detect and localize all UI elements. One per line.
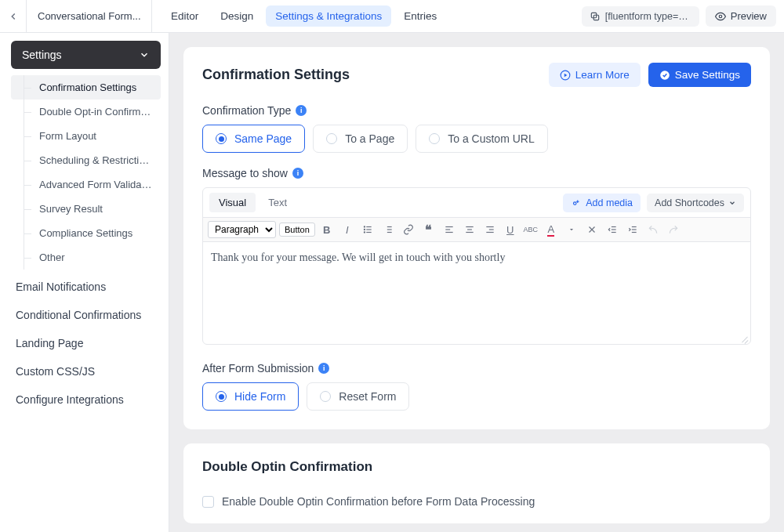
content: Confirmation Settings Learn More Save Se… [169,33,784,532]
info-icon[interactable]: i [296,105,307,116]
message-label: Message to show [202,167,288,179]
svg-point-10 [364,226,365,227]
sidebar-item-compliance[interactable]: Compliance Settings [11,221,161,245]
card-header: Confirmation Settings Learn More Save Se… [202,63,751,87]
media-icon [571,197,582,208]
message-label-row: Message to show i [202,167,751,179]
redo-icon[interactable] [665,221,682,238]
bullet-list-icon[interactable] [359,221,376,238]
tab-settings[interactable]: Settings & Integrations [266,5,391,27]
insert-button-button[interactable]: Button [279,223,315,237]
double-optin-checkbox-row[interactable]: Enable Double Optin Confirmation before … [202,495,751,508]
save-settings-label: Save Settings [675,69,740,81]
outdent-icon[interactable] [604,221,621,238]
preview-button[interactable]: Preview [706,5,776,27]
underline-icon[interactable]: U [502,221,519,238]
tab-entries[interactable]: Entries [394,5,446,27]
tab-design[interactable]: Design [211,5,263,27]
align-right-icon[interactable] [481,221,499,238]
text-color-icon[interactable]: A [543,221,560,238]
svg-point-12 [364,232,365,233]
radio-to-url-label: To a Custom URL [448,132,534,145]
add-shortcodes-dropdown[interactable]: Add Shortcodes [647,194,744,212]
learn-more-label: Learn More [575,69,630,81]
double-optin-checkbox-label: Enable Double Optin Confirmation before … [222,495,535,508]
add-media-button[interactable]: Add media [563,194,641,212]
save-settings-button[interactable]: Save Settings [648,63,751,87]
info-icon[interactable]: i [292,168,303,179]
italic-icon[interactable]: I [339,221,356,238]
resize-handle-icon[interactable] [741,335,749,342]
undo-icon[interactable] [644,221,662,238]
sidebar-header-label: Settings [22,49,62,61]
editor-tab-visual[interactable]: Visual [209,193,256,212]
radio-to-page-label: To a Page [345,132,394,145]
sidebar-item-confirmation-settings[interactable]: Confirmation Settings [11,75,161,100]
radio-dot [326,133,337,144]
blockquote-icon[interactable]: ❝ [420,221,437,238]
copy-icon [590,11,601,22]
format-select[interactable]: Paragraph [208,221,276,238]
sidebar-item-survey-result[interactable]: Survey Result [11,197,161,221]
sidebar-link-landing-page[interactable]: Landing Page [11,329,161,357]
radio-dot [429,133,440,144]
learn-more-button[interactable]: Learn More [549,63,641,87]
strikethrough-icon[interactable]: ABC [522,221,539,238]
radio-hide-form[interactable]: Hide Form [202,382,299,411]
clear-formatting-icon[interactable] [583,221,601,238]
radio-reset-form-label: Reset Form [339,390,396,403]
editor-text: Thank you for your message. We will get … [211,252,505,263]
confirmation-settings-card: Confirmation Settings Learn More Save Se… [183,47,770,429]
text-color-chevron-icon[interactable] [563,221,580,238]
sidebar-link-custom-css-js[interactable]: Custom CSS/JS [11,357,161,385]
sidebar-link-conditional-confirmations[interactable]: Conditional Confirmations [11,301,161,329]
shortcode-copy[interactable]: [fluentform type="c... [582,6,699,27]
after-submission-label: After Form Submission [202,362,314,375]
tab-editor[interactable]: Editor [162,5,208,27]
sidebar-item-advanced-validation[interactable]: Advanced Form Validati... [11,172,161,197]
bold-icon[interactable]: B [318,221,336,238]
indent-icon[interactable] [624,221,641,238]
editor-tab-text[interactable]: Text [259,193,296,212]
editor-tabs-right: Add media Add Shortcodes [563,194,744,212]
radio-dot [216,391,227,402]
confirmation-type-label-row: Confirmation Type i [202,104,751,117]
shortcode-text: [fluentform type="c... [605,11,691,22]
link-icon[interactable] [400,221,417,238]
radio-same-page-label: Same Page [234,132,292,145]
sidebar-item-double-optin[interactable]: Double Opt-in Confirma... [11,100,161,124]
add-shortcodes-label: Add Shortcodes [655,197,724,208]
align-left-icon[interactable] [441,221,458,238]
topbar-left: Conversational Form... Editor Design Set… [0,0,446,32]
sidebar-link-email-notifications[interactable]: Email Notifications [11,273,161,301]
radio-same-page[interactable]: Same Page [202,125,305,153]
eye-icon [715,11,726,22]
form-title[interactable]: Conversational Form... [27,0,152,32]
align-center-icon[interactable] [461,221,478,238]
svg-point-11 [364,229,365,230]
radio-to-custom-url[interactable]: To a Custom URL [416,125,547,153]
preview-label: Preview [731,10,767,22]
radio-reset-form[interactable]: Reset Form [307,382,409,411]
numbered-list-icon[interactable] [379,221,397,238]
radio-to-page[interactable]: To a Page [313,125,408,153]
sidebar-item-form-layout[interactable]: Form Layout [11,124,161,148]
sidebar-tree: Confirmation Settings Double Opt-in Conf… [11,75,161,270]
chevron-left-icon [8,11,19,22]
info-icon[interactable]: i [318,363,329,374]
sidebar-link-configure-integrations[interactable]: Configure Integrations [11,385,161,414]
radio-hide-form-label: Hide Form [234,390,285,403]
add-media-label: Add media [586,197,633,208]
svg-point-6 [574,201,577,204]
card-actions: Learn More Save Settings [549,63,751,87]
check-circle-icon [659,70,670,81]
sidebar-settings-toggle[interactable]: Settings [11,41,161,69]
double-optin-checkbox[interactable] [202,496,214,508]
back-button[interactable] [0,0,27,33]
editor-toolbar: Paragraph Button B I ❝ U ABC A [203,217,750,242]
sidebar-item-scheduling[interactable]: Scheduling & Restrictions [11,148,161,172]
double-optin-card: Double Optin Confirmation Enable Double … [183,443,770,523]
sidebar-item-other[interactable]: Other [11,245,161,270]
editor-content[interactable]: Thank you for your message. We will get … [203,242,750,344]
editor-mode-tabs: Visual Text Add media Add Shortcodes [203,188,750,217]
